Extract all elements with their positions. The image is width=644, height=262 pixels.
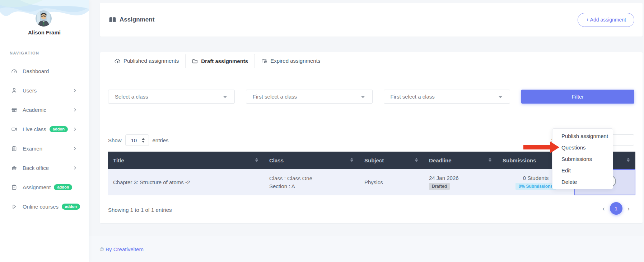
column-header-title[interactable]: Title: [108, 152, 264, 169]
cell-subject: Physics: [359, 169, 424, 195]
filter-button[interactable]: Filter: [521, 90, 634, 104]
clipboard-icon: [11, 146, 17, 152]
menu-item-questions[interactable]: Questions: [552, 142, 613, 153]
nav-section-label: NAVIGATION: [10, 51, 39, 55]
sidebar-nav: Dashboard Users Academic Live class addo…: [0, 61, 89, 216]
class-select[interactable]: Select a class: [108, 90, 235, 104]
section-select-value: First select a class: [253, 94, 297, 100]
chevron-right-icon: [73, 128, 76, 131]
sidebar-item-label: Examen: [23, 146, 42, 152]
sidebar-item-label: Assignment: [23, 184, 51, 190]
sidebar-item-dashboard[interactable]: Dashboard: [0, 61, 89, 81]
sidebar-item-label: Online courses: [23, 204, 59, 210]
sidebar-item-label: Back office: [23, 165, 49, 171]
chevron-right-icon: [73, 108, 76, 111]
video-camera-icon: [11, 126, 17, 132]
sidebar-item-online-courses[interactable]: Online courses addon: [0, 197, 89, 216]
tab-label: Published assignments: [123, 58, 179, 64]
section-select[interactable]: First select a class: [246, 90, 373, 104]
tab-published-assignments[interactable]: Published assignments: [108, 54, 185, 68]
clipboard-icon: [11, 184, 17, 190]
sidebar: Alison Frami NAVIGATION Dashboard Users …: [0, 0, 89, 262]
pagination: ‹ 1 ›: [602, 202, 630, 215]
avatar: [36, 10, 52, 27]
filter-row: Select a class First select a class Firs…: [108, 90, 634, 104]
caret-down-icon: [223, 96, 227, 98]
sidebar-item-live-class[interactable]: Live class addon: [0, 119, 89, 139]
subject-select-value: First select a class: [391, 94, 435, 100]
sort-icon: [255, 158, 258, 162]
column-header-deadline[interactable]: Deadline: [424, 152, 497, 169]
page-title-text: Assignment: [120, 16, 154, 23]
stepper-icon: [142, 138, 145, 143]
menu-item-delete[interactable]: Delete: [552, 176, 613, 188]
red-arrow-head-icon: [550, 142, 559, 153]
sidebar-item-academic[interactable]: Academic: [0, 100, 89, 119]
cloud-upload-icon: [115, 58, 120, 63]
sidebar-item-label: Users: [23, 87, 37, 94]
sort-icon: [627, 158, 630, 162]
creativeitem-link[interactable]: By Creativeitem: [106, 246, 144, 252]
tab-label: Expired assignments: [270, 58, 320, 64]
sort-icon: [415, 158, 418, 162]
tab-draft-assignments[interactable]: Draft assignments: [185, 54, 255, 68]
sidebar-item-assignment[interactable]: Assignment addon: [0, 177, 89, 197]
sidebar-item-users[interactable]: Users: [0, 81, 89, 100]
chevron-right-icon: [73, 147, 76, 150]
red-arrow-annotation: [523, 145, 550, 149]
menu-item-publish-assignment[interactable]: Publish assignment: [552, 130, 613, 142]
submissions-badge: 0% Submissions: [515, 183, 556, 190]
folder-icon: [192, 58, 198, 64]
menu-item-edit[interactable]: Edit: [552, 165, 613, 176]
entries-per-page-select[interactable]: 10: [125, 134, 149, 146]
caret-down-icon: [361, 96, 365, 98]
menu-item-submissions[interactable]: Submissions: [552, 153, 613, 165]
folder-clock-icon: [261, 58, 267, 63]
cell-deadline: 24 Jan 2026 Drafted: [424, 169, 497, 195]
basket-icon: [11, 165, 17, 171]
sidebar-item-label: Live class: [23, 126, 46, 132]
status-badge: Drafted: [429, 183, 450, 190]
user-icon: [11, 87, 17, 94]
page-header: Assignment + Add assignment: [100, 3, 643, 37]
addon-badge: addon: [54, 184, 72, 190]
open-book-icon: [109, 16, 116, 23]
gauge-icon: [11, 68, 17, 74]
tab-expired-assignments[interactable]: Expired assignments: [255, 54, 327, 68]
pagination-page-1[interactable]: 1: [610, 202, 622, 215]
footer: © By Creativeitem: [89, 236, 644, 262]
entries-label: entries: [153, 137, 169, 143]
pagination-next[interactable]: ›: [627, 205, 630, 212]
pagination-prev[interactable]: ‹: [602, 205, 605, 212]
show-label: Show: [108, 137, 122, 143]
user-name: Alison Frami: [0, 29, 89, 35]
sort-icon: [350, 158, 353, 162]
school-icon: [11, 107, 17, 113]
column-header-class[interactable]: Class: [264, 152, 359, 169]
cell-title: Chapter 3: Structure of atoms -2: [108, 169, 264, 195]
subject-select[interactable]: First select a class: [384, 90, 510, 104]
addon-badge: addon: [62, 204, 80, 210]
sort-icon: [489, 158, 491, 162]
sidebar-item-label: Academic: [23, 107, 46, 113]
sidebar-item-back-office[interactable]: Back office: [0, 158, 89, 177]
chevron-right-icon: [73, 166, 76, 170]
copyright-symbol: ©: [100, 246, 104, 252]
tab-label: Draft assignments: [201, 58, 248, 64]
page-title: Assignment: [109, 16, 154, 23]
addon-badge: addon: [50, 126, 68, 132]
column-header-subject[interactable]: Subject: [359, 152, 424, 169]
assignment-tabs: Published assignments Draft assignments …: [108, 54, 634, 68]
class-select-value: Select a class: [115, 94, 148, 100]
play-icon: [11, 204, 17, 210]
caret-down-icon: [498, 96, 503, 98]
action-context-menu: Publish assignment Questions Submissions…: [552, 128, 613, 189]
sidebar-item-label: Dashboard: [23, 68, 49, 74]
table-info: Showing 1 to 1 of 1 entries: [108, 207, 172, 213]
entries-per-page-value: 10: [131, 137, 137, 143]
add-assignment-button[interactable]: + Add assignment: [578, 13, 634, 27]
chevron-right-icon: [73, 89, 76, 92]
sidebar-item-examen[interactable]: Examen: [0, 139, 89, 158]
cell-class: Class : Class One Section : A: [264, 169, 359, 195]
